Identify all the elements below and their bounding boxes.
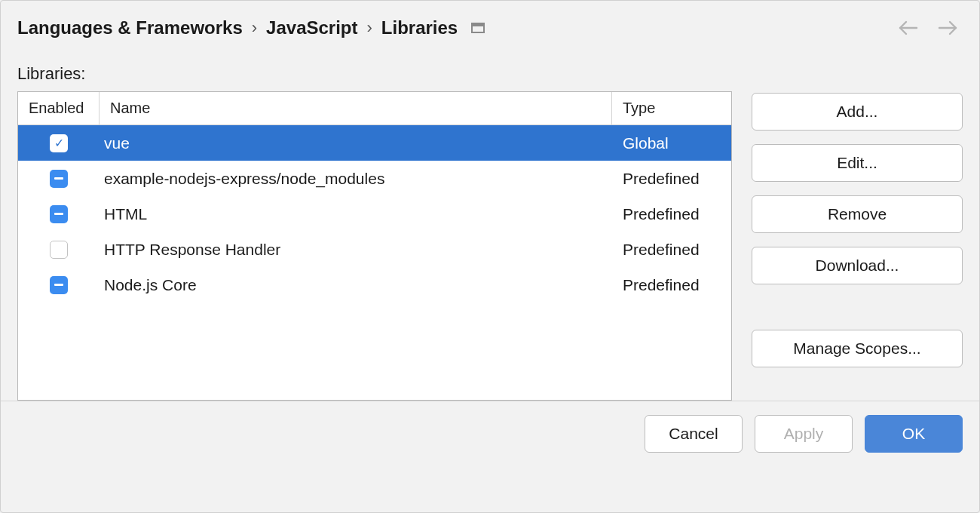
enabled-checkbox[interactable]: [50, 241, 68, 259]
breadcrumb-level-2[interactable]: JavaScript: [266, 17, 357, 38]
chevron-right-icon: ›: [252, 18, 257, 38]
forward-icon[interactable]: [937, 20, 958, 35]
column-header-type[interactable]: Type: [612, 92, 731, 124]
enabled-checkbox[interactable]: [50, 276, 68, 294]
library-name: vue: [100, 134, 612, 152]
nav-arrows: [898, 20, 963, 35]
column-header-name[interactable]: Name: [100, 92, 612, 124]
table-body: ✓vueGlobalexample-nodejs-express/node_mo…: [18, 125, 731, 400]
breadcrumb-level-3: Libraries: [381, 17, 458, 38]
side-buttons: Add... Edit... Remove Download... Manage…: [752, 91, 963, 367]
table-header: Enabled Name Type: [18, 92, 731, 125]
show-in-separate-window-icon[interactable]: [471, 23, 485, 33]
add-button[interactable]: Add...: [752, 93, 963, 131]
table-row[interactable]: ✓vueGlobal: [18, 125, 731, 161]
enabled-checkbox[interactable]: [50, 170, 68, 188]
breadcrumb-level-1[interactable]: Languages & Frameworks: [17, 17, 243, 38]
enabled-checkbox[interactable]: [50, 205, 68, 223]
apply-button[interactable]: Apply: [755, 415, 853, 453]
library-type: Predefined: [612, 170, 731, 188]
cancel-button[interactable]: Cancel: [645, 415, 743, 453]
libraries-table: Enabled Name Type ✓vueGlobalexample-node…: [17, 91, 732, 401]
enabled-checkbox[interactable]: ✓: [50, 134, 68, 152]
table-row[interactable]: example-nodejs-express/node_modulesPrede…: [18, 161, 731, 196]
library-type: Global: [612, 134, 731, 152]
library-type: Predefined: [612, 241, 731, 259]
remove-button[interactable]: Remove: [752, 195, 963, 233]
column-header-enabled[interactable]: Enabled: [18, 92, 100, 124]
table-row[interactable]: Node.js CorePredefined: [18, 267, 731, 303]
library-name: Node.js Core: [100, 276, 612, 294]
libraries-label: Libraries:: [17, 64, 963, 84]
dialog-footer: Cancel Apply OK: [1, 401, 979, 466]
library-name: example-nodejs-express/node_modules: [100, 170, 612, 188]
header-row: Languages & Frameworks › JavaScript › Li…: [17, 17, 963, 38]
chevron-right-icon: ›: [367, 18, 372, 38]
library-name: HTML: [100, 205, 612, 223]
library-type: Predefined: [612, 276, 731, 294]
library-type: Predefined: [612, 205, 731, 223]
breadcrumb: Languages & Frameworks › JavaScript › Li…: [17, 17, 485, 38]
table-row[interactable]: HTMLPredefined: [18, 196, 731, 232]
table-row[interactable]: HTTP Response HandlerPredefined: [18, 232, 731, 267]
edit-button[interactable]: Edit...: [752, 144, 963, 182]
manage-scopes-button[interactable]: Manage Scopes...: [752, 330, 963, 367]
library-name: HTTP Response Handler: [100, 241, 612, 259]
back-icon[interactable]: [898, 20, 919, 35]
download-button[interactable]: Download...: [752, 247, 963, 284]
ok-button[interactable]: OK: [865, 415, 963, 453]
